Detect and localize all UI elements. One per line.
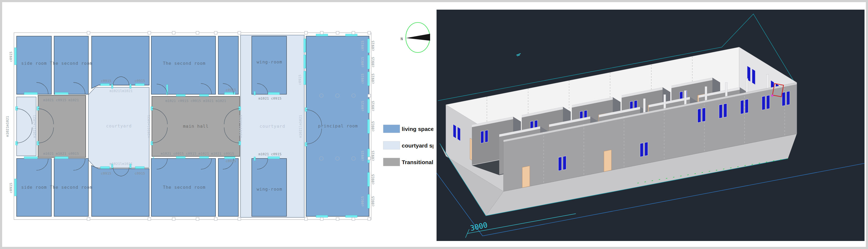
svg-text:c0915: c0915	[361, 40, 365, 51]
svg-text:m1021 c0915 c0915 m1: m1021 c0915 c0915 m1021 m1021	[165, 99, 226, 103]
label-courtyard-west: courtyard	[106, 123, 132, 128]
svg-text:c0915: c0915	[101, 79, 111, 83]
svg-text:c0915: c0915	[361, 151, 365, 161]
main-canvas: side room The second room The second roo…	[0, 0, 868, 249]
svg-text:c0915: c0915	[361, 101, 365, 111]
svg-text:c0915: c0915	[371, 57, 375, 67]
svg-text:c0915: c0915	[371, 151, 375, 161]
svg-text:m1021lm1021: m1021lm1021	[239, 115, 243, 138]
label-second-room-bottom1: The second room	[50, 185, 93, 190]
svg-text:c0915: c0915	[371, 121, 375, 131]
room-small-top[interactable]	[218, 36, 238, 94]
svg-text:c0915: c0915	[371, 101, 375, 111]
label-second-room-bottom2: The second room	[163, 185, 206, 190]
svg-text:c0915: c0915	[361, 57, 365, 67]
svg-text:c0915: c0915	[134, 79, 145, 83]
svg-text:m1021 m1021 c0915: m1021 m1021 c0915	[43, 152, 79, 156]
magenta-grip	[771, 95, 773, 97]
screenshot-root: side room The second room The second roo…	[0, 0, 868, 249]
label-side-room-top: side room	[21, 61, 47, 66]
label-wing-room-top: wing-room	[256, 59, 282, 65]
svg-text:c0915: c0915	[371, 73, 375, 84]
label-wing-room-bottom: wing-room	[256, 187, 282, 192]
svg-text:c0915: c0915	[101, 172, 111, 175]
svg-text:c0915: c0915	[225, 88, 236, 92]
svg-text:c0915: c0915	[361, 196, 365, 207]
svg-text:c0915: c0915	[9, 183, 13, 193]
svg-text:c0915: c0915	[298, 74, 302, 85]
svg-text:m1021lm1021: m1021lm1021	[110, 89, 132, 93]
label-main-hall: main hall	[183, 124, 209, 129]
svg-text:m1021 c0915: m1021 c0915	[258, 96, 281, 100]
svg-text:c0915: c0915	[371, 196, 375, 207]
label-second-room-top1: The second room	[50, 61, 93, 66]
svg-text:c0915: c0915	[134, 172, 145, 175]
legend-label-living: living space	[402, 126, 434, 132]
legend-swatch-courtyard	[383, 142, 400, 149]
room-vestibule[interactable]	[38, 95, 86, 157]
svg-text:m1021lm1021: m1021lm1021	[147, 115, 151, 138]
svg-text:m1021 c0915 m1021: m1021 c0915 m1021	[43, 98, 79, 102]
svg-text:m1021m1021: m1021m1021	[5, 116, 9, 137]
svg-text:m1021lm1021: m1021lm1021	[298, 115, 302, 138]
label-courtyard-east: courtyard	[259, 124, 285, 129]
svg-text:m1021 c0915: m1021 c0915	[258, 152, 281, 156]
svg-text:x: x	[152, 156, 154, 160]
svg-text:c0915: c0915	[371, 174, 375, 184]
cad-3d-panel: 3000	[433, 2, 866, 247]
svg-text:c0915: c0915	[361, 73, 365, 84]
svg-text:m1021lm1021: m1021lm1021	[110, 162, 132, 166]
legend-swatch-transitional	[383, 158, 400, 166]
label-second-room-top2: The second room	[163, 61, 206, 66]
front-door-1	[522, 166, 530, 188]
label-side-room-bottom: side room	[21, 185, 47, 190]
svg-text:c0915: c0915	[9, 52, 13, 62]
label-principal-room: principal room	[318, 123, 358, 128]
cad-viewport[interactable]: 3000	[437, 10, 865, 241]
front-door-2	[604, 150, 612, 172]
floor-plan-panel: side room The second room The second roo…	[2, 2, 452, 247]
svg-text:m1021lm1021: m1021lm1021	[32, 115, 36, 138]
room-wing-top[interactable]	[252, 36, 286, 94]
svg-text:c0915: c0915	[371, 40, 375, 51]
legend-swatch-living	[383, 125, 400, 133]
compass-north-label: N	[401, 37, 403, 41]
svg-text:m1021 c0915 c0915 m1: m1021 c0915 c0915 m1021 m1021 c0915	[161, 152, 234, 156]
room-small-bottom[interactable]	[218, 158, 238, 216]
svg-text:c0915: c0915	[225, 159, 236, 163]
